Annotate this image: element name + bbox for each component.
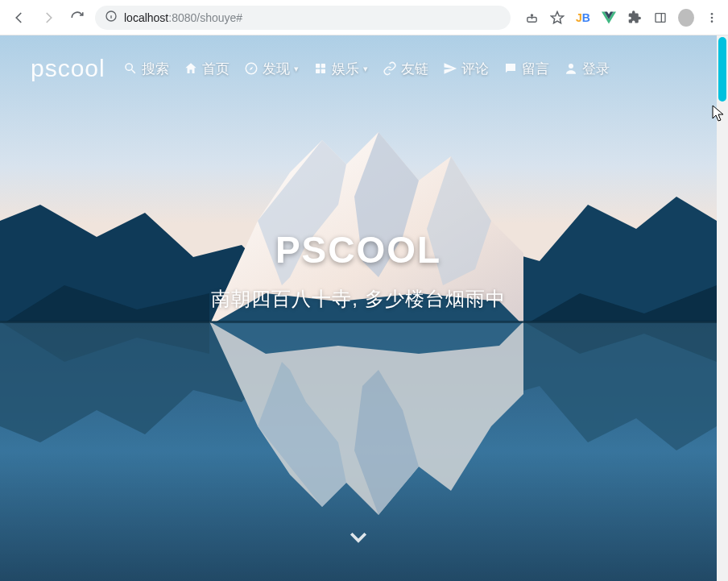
site-info-icon[interactable] bbox=[105, 10, 118, 25]
browser-menu-icon[interactable] bbox=[704, 10, 720, 26]
brand-logo[interactable]: pscool bbox=[31, 55, 105, 82]
nav-search[interactable]: 搜索 bbox=[123, 60, 169, 78]
browser-actions: JB bbox=[517, 10, 720, 26]
browser-forward-button[interactable] bbox=[37, 6, 60, 29]
vue-devtools-icon[interactable] bbox=[601, 10, 617, 26]
svg-rect-13 bbox=[0, 321, 717, 323]
svg-rect-18 bbox=[316, 69, 320, 73]
grid-icon bbox=[313, 61, 328, 76]
page-viewport: pscool 搜索 首页 发现 ▾ 娱乐 ▾ 友链 bbox=[0, 35, 728, 581]
nav-home[interactable]: 首页 bbox=[184, 60, 230, 78]
url-text: localhost:8080/shouye# bbox=[124, 11, 242, 24]
nav-entertain[interactable]: 娱乐 ▾ bbox=[313, 60, 368, 78]
home-icon bbox=[184, 61, 198, 76]
chevron-down-icon bbox=[346, 525, 370, 549]
link-icon bbox=[383, 61, 397, 76]
search-icon bbox=[123, 61, 138, 76]
svg-rect-5 bbox=[656, 13, 665, 22]
browser-reload-button[interactable] bbox=[66, 6, 89, 29]
browser-toolbar: localhost:8080/shouye# JB bbox=[0, 0, 728, 35]
hero-subtitle: 南朝四百八十寺, 多少楼台烟雨中 bbox=[211, 286, 505, 312]
nav-links-label: 友链 bbox=[401, 60, 428, 78]
panel-icon[interactable] bbox=[652, 10, 668, 26]
scrollbar-track[interactable] bbox=[717, 35, 728, 581]
svg-marker-15 bbox=[249, 67, 253, 71]
profile-avatar-icon[interactable] bbox=[678, 10, 694, 26]
nav-entertain-label: 娱乐 bbox=[332, 60, 359, 78]
chevron-down-icon: ▾ bbox=[363, 64, 368, 74]
user-icon bbox=[564, 61, 578, 76]
svg-rect-16 bbox=[316, 64, 320, 68]
svg-point-20 bbox=[569, 64, 573, 68]
address-bar[interactable]: localhost:8080/shouye# bbox=[95, 6, 511, 30]
svg-marker-4 bbox=[552, 11, 564, 23]
nav-links[interactable]: 友链 bbox=[383, 60, 428, 78]
chat-icon bbox=[503, 61, 518, 76]
nav-guestbook[interactable]: 留言 bbox=[503, 60, 549, 78]
svg-rect-17 bbox=[321, 64, 325, 68]
svg-point-7 bbox=[711, 13, 714, 15]
svg-point-9 bbox=[711, 20, 714, 23]
nav-comments[interactable]: 评论 bbox=[443, 60, 489, 78]
hero-section: pscool 搜索 首页 发现 ▾ 娱乐 ▾ 友链 bbox=[0, 35, 717, 581]
svg-point-8 bbox=[711, 16, 714, 19]
share-icon[interactable] bbox=[523, 10, 540, 26]
chevron-down-icon: ▾ bbox=[294, 64, 299, 74]
jetbrains-extension-icon[interactable]: JB bbox=[575, 10, 591, 26]
site-navbar: pscool 搜索 首页 发现 ▾ 娱乐 ▾ 友链 bbox=[0, 55, 717, 82]
extensions-puzzle-icon[interactable] bbox=[627, 10, 643, 26]
nav-discover-label: 发现 bbox=[263, 60, 290, 78]
nav-discover[interactable]: 发现 ▾ bbox=[244, 60, 299, 78]
nav-comments-label: 评论 bbox=[461, 60, 489, 78]
nav-login-label: 登录 bbox=[582, 60, 610, 78]
svg-rect-19 bbox=[321, 69, 325, 73]
send-icon bbox=[443, 61, 457, 76]
nav-home-label: 首页 bbox=[202, 60, 230, 78]
nav-search-label: 搜索 bbox=[142, 60, 169, 78]
nav-guestbook-label: 留言 bbox=[522, 60, 549, 78]
compass-icon bbox=[244, 61, 259, 76]
nav-login[interactable]: 登录 bbox=[564, 60, 610, 78]
hero-text: PSCOOL 南朝四百八十寺, 多少楼台烟雨中 bbox=[211, 228, 505, 312]
scroll-down-button[interactable] bbox=[346, 525, 370, 552]
browser-back-button[interactable] bbox=[8, 6, 31, 29]
hero-title: PSCOOL bbox=[211, 228, 505, 272]
scrollbar-thumb[interactable] bbox=[718, 37, 726, 102]
bookmark-star-icon[interactable] bbox=[549, 10, 565, 26]
